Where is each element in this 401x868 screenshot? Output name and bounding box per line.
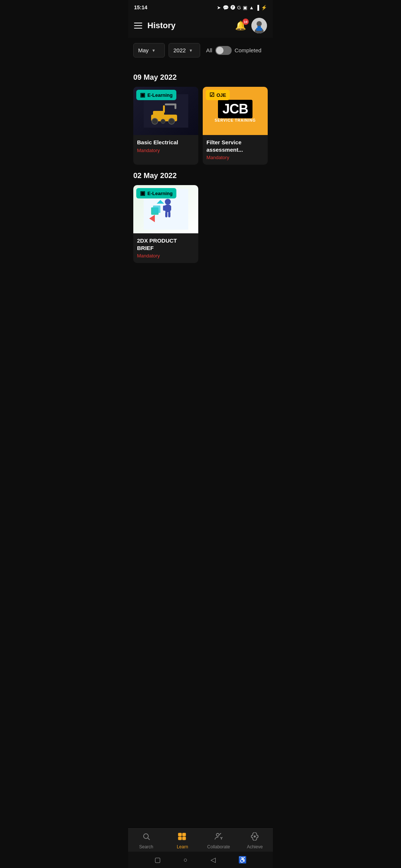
month-filter[interactable]: May ▼ <box>133 43 165 57</box>
card-tag-3: Mandatory <box>137 253 195 259</box>
oje-badge-label: OJE <box>216 92 226 98</box>
google-icon: G <box>237 5 241 10</box>
header: History 🔔 10 <box>128 13 273 38</box>
card-tag-1: Mandatory <box>137 148 195 153</box>
header-right: 🔔 10 <box>235 18 267 33</box>
status-bar: 15:14 ➤ 💬 🅟 G ▣ ▲ ▐ ⚡ <box>128 0 273 13</box>
oje-badge-icon: ☑ <box>209 92 214 98</box>
card-title-2: Filter Service assessment... <box>206 139 264 153</box>
svg-rect-18 <box>168 206 171 211</box>
svg-rect-22 <box>153 206 160 213</box>
elearning-badge-label: E-Learning <box>147 92 173 98</box>
svg-point-11 <box>152 118 158 124</box>
cards-row-1: ▣ E-Learning Basic Electrical Mandatory … <box>133 87 268 165</box>
card-info-2: Filter Service assessment... Mandatory <box>203 135 268 165</box>
card-title-1: Basic Electrical <box>137 139 195 146</box>
elearning-badge-icon: ▣ <box>140 92 145 98</box>
user-avatar[interactable] <box>251 18 267 33</box>
whatsapp-icon: 💬 <box>223 5 229 10</box>
battery-icon: ⚡ <box>261 5 267 10</box>
svg-rect-10 <box>175 103 176 109</box>
location-icon: ➤ <box>217 5 221 10</box>
section-date-2: 02 May 2022 <box>133 171 268 180</box>
cards-row-2: ▣ E-Learning 2DX PRODUCT BRIEF Mandatory <box>133 185 268 263</box>
svg-point-1 <box>257 21 262 26</box>
svg-rect-19 <box>165 212 167 217</box>
signal-icon: ▐ <box>256 5 259 10</box>
card-thumbnail-1: ▣ E-Learning <box>133 87 198 135</box>
svg-rect-8 <box>163 105 165 113</box>
svg-rect-9 <box>165 103 176 105</box>
nfc-icon: ▣ <box>243 5 247 10</box>
toggle-completed-label: Completed <box>235 47 262 53</box>
month-label: May <box>138 47 149 53</box>
svg-rect-20 <box>168 212 170 217</box>
hamburger-menu-button[interactable] <box>134 23 142 29</box>
svg-rect-17 <box>163 206 166 211</box>
card-tag-2: Mandatory <box>206 155 264 160</box>
card-2dx-product-brief[interactable]: ▣ E-Learning 2DX PRODUCT BRIEF Mandatory <box>133 185 198 263</box>
card-info-1: Basic Electrical Mandatory <box>133 135 198 158</box>
svg-rect-3 <box>257 26 261 28</box>
svg-rect-7 <box>153 111 164 116</box>
card-title-3: 2DX PRODUCT BRIEF <box>137 237 195 251</box>
year-filter[interactable]: 2022 ▼ <box>169 43 200 57</box>
month-chevron-icon: ▼ <box>151 48 156 53</box>
svg-point-15 <box>165 199 171 205</box>
header-left: History <box>134 21 176 30</box>
toggle-area: All Completed <box>206 46 268 55</box>
jcb-sub-text: SERVICE TRAINING <box>215 118 256 122</box>
card-info-3: 2DX PRODUCT BRIEF Mandatory <box>133 233 198 263</box>
status-icons: ➤ 💬 🅟 G ▣ ▲ ▐ ⚡ <box>217 5 267 10</box>
content-area: 09 May 2022 <box>128 63 273 300</box>
oje-badge: ☑ OJE <box>206 90 230 100</box>
page-title: History <box>147 21 176 30</box>
elearning-badge-icon-3: ▣ <box>140 190 145 197</box>
svg-point-13 <box>161 119 165 124</box>
card-basic-electrical[interactable]: ▣ E-Learning Basic Electrical Mandatory <box>133 87 198 165</box>
jcb-logo-text: JCB <box>222 101 248 116</box>
svg-rect-4 <box>256 28 262 31</box>
card-thumbnail-2: JCB SERVICE TRAINING ☑ OJE <box>203 87 268 135</box>
elearning-badge-1: ▣ E-Learning <box>136 90 176 100</box>
notifications-button[interactable]: 🔔 10 <box>235 20 246 31</box>
toggle-all-label: All <box>206 47 212 53</box>
parking-icon: 🅟 <box>231 5 235 10</box>
year-label: 2022 <box>173 47 186 53</box>
all-completed-toggle[interactable] <box>215 46 232 55</box>
section-date-1: 09 May 2022 <box>133 73 268 82</box>
year-chevron-icon: ▼ <box>189 48 193 53</box>
elearning-badge-label-3: E-Learning <box>147 191 173 196</box>
card-filter-service[interactable]: JCB SERVICE TRAINING ☑ OJE Filter Servic… <box>203 87 268 165</box>
filter-bar: May ▼ 2022 ▼ All Completed <box>128 38 273 63</box>
wifi-icon: ▲ <box>249 5 254 10</box>
elearning-badge-3: ▣ E-Learning <box>136 188 176 198</box>
status-time: 15:14 <box>134 4 147 10</box>
card-thumbnail-3: ▣ E-Learning <box>133 185 198 233</box>
svg-point-12 <box>169 118 175 124</box>
notification-badge: 10 <box>242 19 249 25</box>
